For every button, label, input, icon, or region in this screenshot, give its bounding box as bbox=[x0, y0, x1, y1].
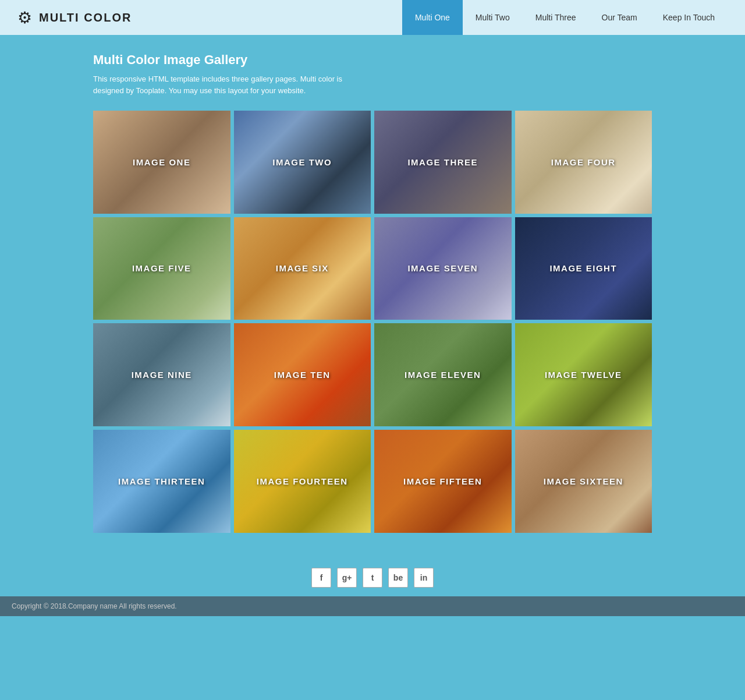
gallery-item-label-5: IMAGE FIVE bbox=[132, 263, 191, 273]
copyright-text: Copyright © 2018.Company name All rights… bbox=[12, 602, 177, 610]
social-btn-behance[interactable]: be bbox=[388, 568, 408, 588]
gallery-item-label-7: IMAGE SEVEN bbox=[407, 263, 478, 273]
social-btn-linkedin[interactable]: in bbox=[414, 568, 434, 588]
main-nav: Multi OneMulti TwoMulti ThreeOur TeamKee… bbox=[402, 0, 728, 35]
gallery-item-16[interactable]: IMAGE SIXTEEN bbox=[515, 430, 652, 533]
social-btn-twitter[interactable]: t bbox=[363, 568, 382, 588]
gallery-item-11[interactable]: IMAGE ELEVEN bbox=[374, 323, 512, 426]
footer-social: fg+tbein bbox=[0, 556, 745, 596]
gallery-item-label-8: IMAGE EIGHT bbox=[549, 263, 617, 273]
gallery-item-6[interactable]: IMAGE SIX bbox=[234, 217, 371, 320]
logo-icon: ⚙ bbox=[17, 8, 32, 27]
gallery-item-inner-3: IMAGE THREE bbox=[374, 111, 512, 214]
gallery-item-inner-14: IMAGE FOURTEEN bbox=[234, 430, 371, 533]
nav-item-multi-three[interactable]: Multi Three bbox=[523, 0, 589, 35]
gallery-item-13[interactable]: IMAGE THIRTEEN bbox=[93, 430, 230, 533]
gallery-item-label-16: IMAGE SIXTEEN bbox=[544, 476, 623, 486]
gallery-grid: IMAGE ONEIMAGE TWOIMAGE THREEIMAGE FOURI… bbox=[93, 111, 652, 533]
gallery-item-inner-13: IMAGE THIRTEEN bbox=[93, 430, 230, 533]
gallery-item-4[interactable]: IMAGE FOUR bbox=[515, 111, 652, 214]
gallery-item-label-9: IMAGE NINE bbox=[132, 370, 192, 380]
gallery-item-label-15: IMAGE FIFTEEN bbox=[403, 476, 482, 486]
gallery-item-inner-10: IMAGE TEN bbox=[234, 323, 371, 426]
gallery-item-1[interactable]: IMAGE ONE bbox=[93, 111, 230, 214]
gallery-item-inner-11: IMAGE ELEVEN bbox=[374, 323, 512, 426]
header: ⚙ MULTI COLOR Multi OneMulti TwoMulti Th… bbox=[0, 0, 745, 35]
gallery-item-label-13: IMAGE THIRTEEN bbox=[118, 476, 205, 486]
gallery-item-inner-2: IMAGE TWO bbox=[234, 111, 371, 214]
nav-item-multi-one[interactable]: Multi One bbox=[402, 0, 463, 35]
gallery-item-inner-4: IMAGE FOUR bbox=[515, 111, 652, 214]
gallery-item-inner-5: IMAGE FIVE bbox=[93, 217, 230, 320]
gallery-item-9[interactable]: IMAGE NINE bbox=[93, 323, 230, 426]
gallery-item-14[interactable]: IMAGE FOURTEEN bbox=[234, 430, 371, 533]
gallery-item-inner-12: IMAGE TWELVE bbox=[515, 323, 652, 426]
gallery-item-inner-15: IMAGE FIFTEEN bbox=[374, 430, 512, 533]
logo-text: MULTI COLOR bbox=[39, 11, 132, 24]
gallery-item-label-1: IMAGE ONE bbox=[133, 157, 190, 167]
gallery-description: This responsive HTML template includes t… bbox=[93, 73, 343, 96]
nav-item-our-team[interactable]: Our Team bbox=[589, 0, 650, 35]
gallery-item-label-2: IMAGE TWO bbox=[272, 157, 332, 167]
gallery-item-8[interactable]: IMAGE EIGHT bbox=[515, 217, 652, 320]
social-btn-facebook[interactable]: f bbox=[311, 568, 331, 588]
gallery-item-15[interactable]: IMAGE FIFTEEN bbox=[374, 430, 512, 533]
gallery-item-label-3: IMAGE THREE bbox=[407, 157, 478, 167]
gallery-item-label-12: IMAGE TWELVE bbox=[545, 370, 622, 380]
gallery-item-3[interactable]: IMAGE THREE bbox=[374, 111, 512, 214]
gallery-item-label-6: IMAGE SIX bbox=[276, 263, 329, 273]
gallery-item-inner-6: IMAGE SIX bbox=[234, 217, 371, 320]
main-content: Multi Color Image Gallery This responsiv… bbox=[0, 35, 745, 556]
gallery-item-inner-7: IMAGE SEVEN bbox=[374, 217, 512, 320]
gallery-item-2[interactable]: IMAGE TWO bbox=[234, 111, 371, 214]
gallery-item-label-10: IMAGE TEN bbox=[274, 370, 331, 380]
gallery-item-inner-16: IMAGE SIXTEEN bbox=[515, 430, 652, 533]
social-btn-google-plus[interactable]: g+ bbox=[337, 568, 357, 588]
gallery-item-7[interactable]: IMAGE SEVEN bbox=[374, 217, 512, 320]
gallery-item-10[interactable]: IMAGE TEN bbox=[234, 323, 371, 426]
gallery-item-12[interactable]: IMAGE TWELVE bbox=[515, 323, 652, 426]
gallery-item-inner-8: IMAGE EIGHT bbox=[515, 217, 652, 320]
nav-item-multi-two[interactable]: Multi Two bbox=[463, 0, 523, 35]
gallery-item-label-14: IMAGE FOURTEEN bbox=[257, 476, 348, 486]
gallery-item-inner-1: IMAGE ONE bbox=[93, 111, 230, 214]
logo-area: ⚙ MULTI COLOR bbox=[17, 8, 402, 27]
bottom-bar: Copyright © 2018.Company name All rights… bbox=[0, 596, 745, 616]
gallery-item-label-4: IMAGE FOUR bbox=[551, 157, 616, 167]
gallery-item-inner-9: IMAGE NINE bbox=[93, 323, 230, 426]
gallery-item-label-11: IMAGE ELEVEN bbox=[405, 370, 481, 380]
gallery-item-5[interactable]: IMAGE FIVE bbox=[93, 217, 230, 320]
nav-item-keep-in-touch[interactable]: Keep In Touch bbox=[650, 0, 728, 35]
gallery-title: Multi Color Image Gallery bbox=[93, 52, 652, 68]
